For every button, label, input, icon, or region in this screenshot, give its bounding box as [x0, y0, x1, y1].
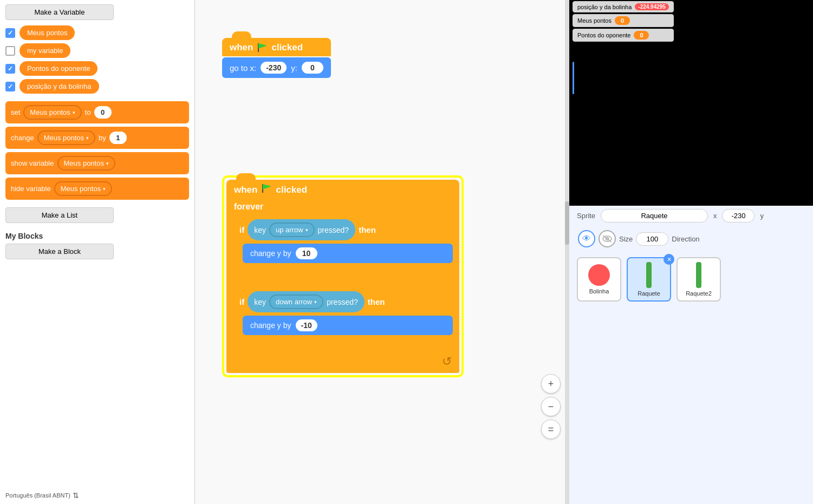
change-block[interactable]: change Meus pontos ▾ by 1 — [5, 127, 189, 149]
x-value-input[interactable]: -230 — [261, 62, 287, 74]
variable-row-meus-pontos: ✓ Meus pontos — [5, 25, 189, 40]
var-pill-my-variable[interactable]: my variable — [19, 43, 70, 58]
sprite-label: Sprite — [577, 212, 595, 220]
pontos-oponente-value: 0 — [634, 31, 649, 40]
sprite-card-raquete[interactable]: ✕ Raquete — [627, 257, 671, 302]
y-coord-label: y — [760, 212, 764, 220]
show-variable-block[interactable]: show variable Meus pontos ▾ — [5, 152, 189, 174]
change-y-block-2[interactable]: change y by -10 — [243, 316, 453, 335]
forever-block[interactable]: forever — [226, 199, 459, 214]
make-variable-button[interactable]: Make a Variable — [5, 4, 114, 20]
if1-bottom — [236, 265, 455, 275]
blocks-workspace: when clicked go to x: -230 y: 0 — [195, 0, 558, 504]
yellow-selection-outline: when clicked forever — [222, 175, 464, 377]
if2-bottom — [236, 337, 455, 347]
scrollbar-thumb[interactable] — [565, 201, 569, 245]
x-coord-input[interactable] — [722, 209, 755, 222]
gap — [234, 280, 457, 284]
chevron-down-icon-3: ▾ — [106, 161, 109, 166]
chevron-down-icon-2: ▾ — [86, 135, 89, 141]
hide-label: hide variable — [11, 185, 51, 193]
vertical-scrollbar[interactable] — [565, 0, 569, 504]
checkbox-my-variable[interactable] — [5, 46, 15, 56]
when-clicked-hat-1[interactable]: when clicked — [222, 38, 331, 56]
sensing-block-2[interactable]: key down arrow ▾ pressed? — [248, 291, 365, 312]
change-y-value-1[interactable]: 10 — [296, 247, 317, 259]
make-list-button[interactable]: Make a List — [5, 207, 114, 223]
eye-group: 👁 Size Direction — [569, 226, 813, 252]
hide-variable-block[interactable]: hide variable Meus pontos ▾ — [5, 178, 189, 200]
sprite-info: Sprite x y — [569, 206, 813, 226]
svg-marker-1 — [258, 43, 267, 49]
block-group-2: when clicked forever — [222, 175, 564, 377]
checkbox-meus-pontos[interactable]: ✓ — [5, 28, 15, 38]
make-block-button[interactable]: Make a Block — [5, 244, 114, 259]
if-label-1: if — [239, 225, 244, 234]
sprite-card-bolinha[interactable]: Bolinha — [577, 257, 621, 302]
position-y-monitor: posição y da bolinha -224.94295 — [573, 1, 674, 12]
language-label: Português (Brasil ABNT) — [5, 492, 70, 499]
language-arrows-icon[interactable]: ⇅ — [73, 491, 79, 500]
zoom-out-button[interactable]: − — [541, 397, 561, 416]
hide-sprite-button[interactable] — [599, 230, 616, 247]
if-row-2: if key down arrow ▾ pressed? then — [236, 289, 455, 315]
pontos-oponente-monitor: Pontos do oponente 0 — [573, 29, 674, 42]
bolinha-sprite-icon — [588, 264, 610, 286]
set-block[interactable]: set Meus pontos ▾ to 0 — [5, 101, 189, 123]
change-y-value-2[interactable]: -10 — [296, 319, 317, 331]
change-y-block-1[interactable]: change y by 10 — [243, 244, 453, 263]
to-label: to — [85, 108, 91, 116]
delete-sprite-button[interactable]: ✕ — [664, 254, 674, 265]
block-group-1: when clicked go to x: -230 y: 0 — [222, 38, 564, 78]
zoom-in-button[interactable]: + — [541, 374, 561, 394]
right-panel: posição y da bolinha -224.94295 Meus pon… — [569, 0, 813, 504]
flag-icon-2 — [262, 184, 271, 195]
chevron-down-icon: ▾ — [73, 110, 75, 115]
zoom-controls: + − = — [541, 374, 561, 439]
clicked-label-1: clicked — [271, 42, 303, 53]
if1-body: change y by 10 — [236, 243, 455, 265]
clicked-label-2: clicked — [276, 185, 307, 195]
y-value-input[interactable]: 0 — [302, 62, 323, 74]
if2-body: change y by -10 — [236, 315, 455, 337]
bolinha-label: Bolinha — [589, 288, 609, 294]
then-label-1: then — [359, 225, 376, 234]
fit-button[interactable]: = — [541, 420, 561, 439]
chevron-down-icon-key1: ▾ — [305, 227, 308, 233]
meus-pontos-monitor-label: Meus pontos — [577, 17, 612, 24]
show-sprite-button[interactable]: 👁 — [578, 230, 595, 247]
x-coord-label: x — [713, 212, 717, 220]
show-variable-dropdown[interactable]: Meus pontos ▾ — [57, 156, 115, 171]
change-y-label-1: change y by — [250, 249, 291, 258]
forever-body: if key up arrow ▾ pressed? then — [226, 214, 459, 351]
sprites-list: Bolinha ✕ Raquete Raquete2 — [569, 252, 813, 307]
variable-row-my-variable: my variable — [5, 43, 189, 58]
var-pill-meus-pontos[interactable]: Meus pontos — [19, 25, 75, 40]
set-value-input[interactable]: 0 — [94, 106, 112, 119]
when-label-1: when — [230, 42, 253, 53]
checkbox-pontos-oponente[interactable]: ✓ — [5, 64, 15, 74]
sprite-card-raquete2[interactable]: Raquete2 — [677, 257, 721, 302]
key-dropdown-1[interactable]: up arrow ▾ — [269, 222, 315, 237]
key-dropdown-2[interactable]: down arrow ▾ — [269, 294, 323, 309]
checkbox-posicao-y[interactable]: ✓ — [5, 82, 15, 91]
change-value-input[interactable]: 1 — [109, 132, 127, 144]
hide-variable-dropdown[interactable]: Meus pontos ▾ — [54, 181, 112, 196]
sensing-block-1[interactable]: key up arrow ▾ pressed? — [248, 219, 355, 240]
variables-panel: Make a Variable ✓ Meus pontos my variabl… — [0, 0, 195, 504]
position-y-label: posição y da bolinha — [577, 4, 632, 10]
var-pill-posicao-y[interactable]: posição y da bolinha — [19, 79, 99, 94]
when-clicked-hat-2[interactable]: when clicked — [226, 180, 459, 199]
size-input[interactable] — [636, 232, 668, 246]
variable-row-pontos-oponente: ✓ Pontos do oponente — [5, 61, 189, 76]
sprite-name-input[interactable] — [601, 209, 708, 222]
if-row-1: if key up arrow ▾ pressed? then — [236, 217, 455, 243]
set-variable-dropdown[interactable]: Meus pontos ▾ — [23, 105, 81, 120]
go-to-block[interactable]: go to x: -230 y: 0 — [222, 57, 331, 78]
change-variable-dropdown[interactable]: Meus pontos ▾ — [37, 130, 95, 145]
set-label: set — [11, 108, 20, 116]
chevron-down-icon-4: ▾ — [103, 186, 106, 192]
variable-row-posicao-y: ✓ posição y da bolinha — [5, 79, 189, 94]
var-pill-pontos-oponente[interactable]: Pontos do oponente — [19, 61, 97, 76]
if-label-2: if — [239, 297, 244, 306]
